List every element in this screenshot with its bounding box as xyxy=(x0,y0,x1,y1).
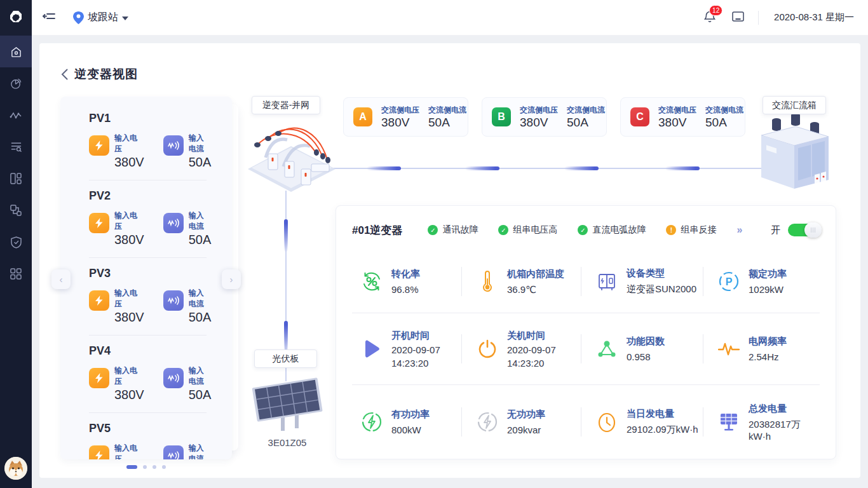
carousel-dot[interactable] xyxy=(126,465,137,469)
alarm-chip-string-voltage[interactable]: ✓ 组串电压高 xyxy=(498,224,557,236)
carousel-dot[interactable] xyxy=(143,465,147,469)
phase-a-card: A 交流侧电压380V 交流侧电流50A xyxy=(343,97,468,137)
logo-icon xyxy=(8,10,24,26)
stat-rated-power: P 额定功率1029kW xyxy=(703,268,820,295)
pv-list-item: PV3 输入电压380V 输入电流50A xyxy=(60,258,232,336)
stat-shutdown-time: 关机时间2020-09-0714:23:20 xyxy=(462,330,581,369)
alarm-chip-comm[interactable]: ✓ 通讯故障 xyxy=(428,224,478,236)
input-current-icon xyxy=(163,445,184,459)
sidebar-item-topology[interactable] xyxy=(0,194,32,226)
alarm-chip-string-reversed[interactable]: ! 组串反接 xyxy=(666,224,716,236)
notifications-button[interactable]: 12 xyxy=(704,10,715,25)
sidebar-item-security[interactable] xyxy=(0,226,32,258)
input-current-icon xyxy=(163,290,184,311)
pv-list-item: PV2 输入电压380V 输入电流50A xyxy=(60,180,232,258)
rated-power-icon: P xyxy=(717,271,740,292)
location-pin-icon xyxy=(73,11,84,24)
activity-icon xyxy=(10,109,22,121)
input-voltage-icon xyxy=(89,213,109,233)
power-icon xyxy=(476,339,499,359)
pv-string-panel: PV1 输入电压380V 输入电流50A PV2 输入电压380V 输入电流50… xyxy=(60,97,232,459)
thermometer-icon xyxy=(476,271,499,292)
device-cabinet-icon xyxy=(595,271,618,292)
pv-list-item: PV1 输入电压380V 输入电流50A xyxy=(60,103,232,180)
input-voltage-icon xyxy=(89,445,109,459)
solar-panel-icon xyxy=(717,412,740,432)
sidebar-item-monitoring[interactable] xyxy=(0,99,32,131)
pv-panel-code: 3E01Z05 xyxy=(249,437,325,448)
inverter-view-card: 逆变器视图 PV1 输入电压380V 输入电流50A PV2 输入电压380V … xyxy=(39,43,860,478)
shield-check-icon xyxy=(11,236,22,248)
stat-reactive-power: 无功功率209kvar xyxy=(462,409,581,435)
more-alarms-button[interactable]: » xyxy=(736,224,742,236)
pie-chart-icon xyxy=(10,78,22,90)
flow-comet xyxy=(665,166,700,170)
list-search-icon xyxy=(10,141,22,152)
power-toggle[interactable] xyxy=(788,224,820,236)
input-voltage-icon xyxy=(89,135,109,156)
combiner-node-label: 交流汇流箱 xyxy=(763,96,826,114)
page-title: 逆变器视图 xyxy=(74,66,138,83)
nodes-icon xyxy=(10,205,22,216)
sidebar-item-dashboard[interactable] xyxy=(0,163,32,194)
stat-grid-frequency: 电网频率2.54Hz xyxy=(703,336,820,362)
solar-panel-illustration[interactable] xyxy=(248,375,327,438)
input-current-icon xyxy=(163,213,184,233)
clock-icon xyxy=(595,411,618,433)
flow-comet xyxy=(367,166,401,170)
phase-b-badge: B xyxy=(492,107,511,126)
fullscreen-icon[interactable] xyxy=(732,11,744,24)
carousel-dot[interactable] xyxy=(153,465,156,469)
current-date: 2020-08-31 星期一 xyxy=(774,11,854,24)
sidebar-item-home[interactable] xyxy=(0,36,32,67)
layout-icon xyxy=(10,173,22,184)
check-circle-icon: ✓ xyxy=(578,225,588,235)
carousel-next-button[interactable]: › xyxy=(222,269,241,289)
collapse-sidebar-icon[interactable] xyxy=(43,11,55,24)
stat-daily-energy: 当日发电量29102.09万kW·h xyxy=(581,408,703,436)
carousel-prev-button[interactable]: ‹ xyxy=(51,269,71,289)
flow-comet xyxy=(465,166,499,170)
input-current-icon xyxy=(163,135,184,156)
main-content: 逆变器视图 PV1 输入电压380V 输入电流50A PV2 输入电压380V … xyxy=(32,36,868,488)
input-voltage-icon xyxy=(89,368,109,388)
chevron-down-icon xyxy=(122,17,128,20)
pv-name: PV1 xyxy=(89,112,232,125)
app-logo xyxy=(0,0,32,36)
check-circle-icon: ✓ xyxy=(428,225,438,235)
avatar-dog-image xyxy=(4,457,27,480)
flow-comet xyxy=(564,166,599,170)
toggle-knob xyxy=(804,222,822,238)
pv-panel-node-label: 光伏板 xyxy=(254,349,317,368)
inverter-illustration[interactable] xyxy=(241,113,340,196)
carousel-dots xyxy=(60,465,232,469)
stat-startup-time: 开机时间2020-09-0714:23:20 xyxy=(352,330,461,369)
exclamation-circle-icon: ! xyxy=(666,225,676,235)
inverter-detail-card: #01逆变器 ✓ 通讯故障 ✓ 组串电压高 ✓ 直流电弧故障 ! 组串反接 » … xyxy=(336,205,836,459)
sidebar-item-apps[interactable] xyxy=(0,258,32,290)
power-state-label: 开 xyxy=(771,224,780,236)
station-selector[interactable]: 坡跟站 xyxy=(73,11,128,24)
stat-cabinet-temperature: 机箱内部温度36.9℃ xyxy=(462,268,581,295)
sidebar-nav xyxy=(0,36,32,488)
divider xyxy=(758,11,759,25)
flow-comet xyxy=(284,219,288,252)
alarm-chip-dc-arc[interactable]: ✓ 直流电弧故障 xyxy=(578,224,646,236)
frequency-wave-icon xyxy=(717,341,740,357)
sidebar-item-pie-report[interactable] xyxy=(0,67,32,99)
phase-c-badge: C xyxy=(630,107,649,126)
apps-icon xyxy=(10,268,22,280)
check-circle-icon: ✓ xyxy=(498,225,508,235)
sidebar-item-logs[interactable] xyxy=(0,131,32,163)
active-power-icon xyxy=(360,411,383,433)
input-voltage-icon xyxy=(89,290,109,311)
play-icon xyxy=(360,339,383,358)
stat-total-energy: 总发电量20382817万kW·h xyxy=(703,403,820,442)
stat-active-power: 有功功率800kW xyxy=(352,409,461,435)
back-button[interactable] xyxy=(61,69,68,80)
user-avatar[interactable] xyxy=(4,457,27,480)
combiner-box-illustration[interactable] xyxy=(756,109,832,194)
carousel-dot[interactable] xyxy=(162,465,166,469)
inverter-title: #01逆变器 xyxy=(352,223,402,238)
stat-device-type: 设备类型逆变器SUN2000 xyxy=(581,268,703,295)
